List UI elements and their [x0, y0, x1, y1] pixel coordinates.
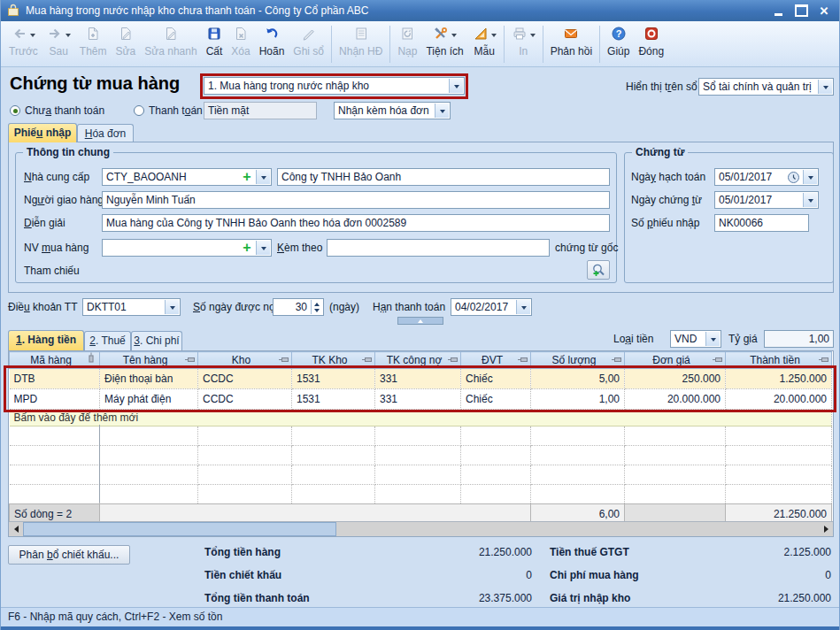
pin-icon — [520, 357, 528, 362]
chevron-down-icon[interactable] — [516, 300, 530, 314]
cell[interactable]: MPD — [10, 389, 100, 410]
scrollbar-thumb[interactable] — [23, 522, 336, 536]
total-payment-label: Tổng tiền thanh toán — [204, 592, 310, 604]
chevron-down-icon[interactable] — [165, 300, 179, 314]
cell[interactable]: Chiếc — [461, 389, 531, 410]
debt-days-stepper[interactable]: 30 — [273, 298, 324, 316]
invoice-mode-combo[interactable]: Nhận kèm hóa đơn — [334, 102, 451, 119]
doc-date-picker[interactable]: 05/01/2017 — [714, 191, 819, 209]
cell[interactable]: 1531 — [292, 369, 375, 389]
scroll-left-icon[interactable] — [9, 522, 23, 536]
currency-combo[interactable]: VND — [670, 330, 721, 348]
supplier-name-input[interactable]: Công ty TNHH Bảo Oanh — [277, 168, 610, 186]
chevron-down-icon[interactable] — [705, 332, 720, 346]
tab-chi-phi[interactable]: 3. Chi phí — [131, 331, 182, 350]
tab-phieu-nhap[interactable]: Phiếu nhập — [8, 123, 77, 142]
minimize-icon[interactable] — [768, 3, 788, 19]
table-row: MPD Máy phát điện CCDC 1531 331 Chiếc 1,… — [10, 389, 832, 410]
toolbar-button-close-window[interactable]: Đóng — [634, 24, 668, 58]
column-header[interactable]: Số lượng — [531, 352, 625, 369]
stepper-down-icon[interactable] — [314, 309, 320, 315]
due-date-picker[interactable]: 04/02/2017 — [451, 298, 532, 316]
cell[interactable]: 1.250.000 — [726, 369, 832, 389]
column-header[interactable]: TK Kho — [292, 352, 375, 369]
add-new-row[interactable]: Bấm vào đây để thêm mới — [10, 410, 832, 426]
cell[interactable]: 20.000.000 — [625, 389, 726, 410]
buyer-combo[interactable]: + — [102, 239, 272, 257]
column-header[interactable]: Đơn giá — [625, 352, 726, 369]
maximize-icon[interactable] — [791, 3, 811, 19]
toolbar-button-template[interactable]: Mẫu — [468, 24, 501, 58]
description-label: Diễn giải — [24, 214, 66, 232]
chevron-down-icon[interactable] — [435, 104, 449, 118]
chevron-down-icon[interactable] — [803, 170, 817, 184]
doc-no-input[interactable]: NK00066 — [714, 214, 809, 232]
display-on-combo[interactable]: Sổ tài chính và quản trị — [698, 78, 834, 96]
save-icon — [206, 26, 222, 44]
cell[interactable]: 1531 — [292, 389, 375, 410]
chevron-down-icon[interactable] — [449, 79, 463, 93]
refresh-icon — [399, 26, 415, 44]
column-header[interactable]: TK công nợ — [375, 352, 461, 369]
attach-input[interactable] — [327, 239, 550, 257]
cell[interactable]: 20.000.000 — [726, 389, 832, 410]
tab-hang-tien[interactable]: 1. Hàng tiền — [8, 330, 84, 350]
status-bar: F6 - Nhập mã quy cách, Ctrl+F2 - Xem số … — [1, 607, 839, 630]
cell[interactable]: DTB — [10, 369, 100, 389]
add-icon[interactable]: + — [239, 241, 255, 255]
stepper-up-icon[interactable] — [314, 300, 320, 306]
cell[interactable]: Máy phát điện — [100, 389, 198, 410]
radio-unpaid[interactable]: Chưa thanh toán — [10, 102, 104, 119]
clock-icon[interactable] — [787, 171, 800, 186]
toolbar-button-delete: Xóa — [227, 24, 254, 58]
tab-thue[interactable]: 2. Thuế — [84, 331, 131, 350]
cell[interactable]: Điện thoại bàn — [100, 369, 198, 389]
discount-value: 0 — [381, 569, 532, 581]
posting-date-picker[interactable]: 05/01/2017 — [714, 168, 819, 186]
allocate-discount-button[interactable]: Phân bổ chiết khấu... — [8, 545, 130, 565]
chevron-down-icon[interactable] — [256, 241, 270, 255]
column-header[interactable]: Thành tiền — [726, 352, 832, 369]
reference-search-button[interactable] — [587, 260, 610, 280]
toolbar-button-help[interactable]: ? Giúp — [603, 24, 634, 58]
cell[interactable]: CCDC — [198, 369, 292, 389]
cell[interactable]: 250.000 — [625, 369, 726, 389]
horizontal-scrollbar[interactable] — [9, 521, 833, 536]
doc-type-combo[interactable]: 1. Mua hàng trong nước nhập kho — [204, 77, 465, 95]
tab-hoa-don[interactable]: Hóa đơn — [77, 124, 134, 142]
payment-method-field: Tiền mặt — [204, 102, 317, 119]
toolbar-button-utilities[interactable]: Tiện ích — [421, 24, 467, 58]
cell[interactable]: CCDC — [198, 389, 292, 410]
debt-days-label: Số ngày được nợ — [193, 298, 276, 316]
deliverer-input[interactable]: Nguyễn Minh Tuấn — [102, 191, 610, 209]
column-header[interactable]: Kho — [198, 352, 292, 369]
cell[interactable]: 331 — [375, 369, 461, 389]
chevron-down-icon[interactable] — [256, 170, 270, 184]
pin-icon — [451, 357, 458, 362]
toolbar: Trước Sau Thêm Sửa Sửa nhanh Cất Xóa Ho — [1, 21, 839, 67]
supplier-code-combo[interactable]: CTY_BAOOANH + — [102, 168, 272, 186]
add-icon[interactable]: + — [239, 170, 255, 184]
cell[interactable]: 331 — [375, 389, 461, 410]
chevron-down-icon[interactable] — [803, 193, 817, 207]
toolbar-button-save[interactable]: Cất — [202, 24, 227, 58]
cell[interactable]: Chiếc — [461, 369, 531, 389]
collapse-splitter[interactable] — [397, 317, 443, 325]
attach-label: Kèm theo — [277, 239, 322, 257]
cell[interactable]: 5,00 — [531, 369, 625, 389]
empty-row — [10, 465, 832, 485]
toolbar-button-undo[interactable]: Hoãn — [255, 24, 289, 58]
description-input[interactable]: Mua hàng của Công ty TNHH Bảo Oanh theo … — [102, 214, 610, 232]
toolbar-button-feedback[interactable]: Phản hồi — [546, 24, 597, 58]
column-header[interactable]: ĐVT — [461, 352, 531, 369]
cell[interactable]: 1,00 — [531, 389, 625, 410]
stepper-buttons[interactable] — [311, 300, 322, 314]
utilities-icon — [433, 26, 449, 44]
scroll-right-icon[interactable] — [819, 522, 833, 536]
close-icon[interactable] — [814, 3, 834, 19]
column-header[interactable]: Tên hàng — [100, 352, 198, 369]
chevron-down-icon[interactable] — [818, 80, 832, 94]
column-header[interactable]: Mã hàng — [10, 352, 100, 369]
chevron-down-icon — [491, 34, 497, 40]
terms-combo[interactable]: DKTT01 — [82, 298, 181, 316]
